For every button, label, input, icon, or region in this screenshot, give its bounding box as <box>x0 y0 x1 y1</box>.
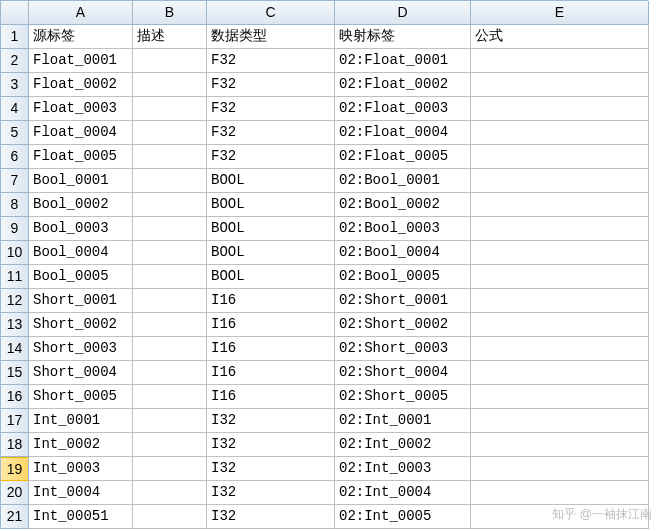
row-header[interactable]: 9 <box>1 217 29 241</box>
cell[interactable]: BOOL <box>207 217 335 241</box>
row-header[interactable]: 17 <box>1 409 29 433</box>
row-header[interactable]: 6 <box>1 145 29 169</box>
cell[interactable]: Bool_0005 <box>29 265 133 289</box>
cell[interactable] <box>471 49 649 73</box>
cell[interactable]: Bool_0003 <box>29 217 133 241</box>
cell[interactable] <box>133 193 207 217</box>
cell[interactable] <box>133 217 207 241</box>
cell[interactable] <box>133 505 207 529</box>
cell[interactable]: F32 <box>207 73 335 97</box>
cell[interactable] <box>133 265 207 289</box>
cell[interactable]: Bool_0001 <box>29 169 133 193</box>
cell[interactable]: Float_0001 <box>29 49 133 73</box>
cell[interactable] <box>471 121 649 145</box>
row-header[interactable]: 19 <box>1 457 29 481</box>
cell[interactable]: Int_00051 <box>29 505 133 529</box>
cell[interactable] <box>471 241 649 265</box>
cell[interactable]: 02:Short_0003 <box>335 337 471 361</box>
row-header[interactable]: 18 <box>1 433 29 457</box>
row-header[interactable]: 10 <box>1 241 29 265</box>
cell[interactable]: 02:Bool_0005 <box>335 265 471 289</box>
cell[interactable]: 02:Short_0001 <box>335 289 471 313</box>
cell[interactable]: F32 <box>207 97 335 121</box>
row-header[interactable]: 21 <box>1 505 29 529</box>
row-header[interactable]: 8 <box>1 193 29 217</box>
row-header[interactable]: 1 <box>1 25 29 49</box>
cell[interactable] <box>133 241 207 265</box>
cell[interactable] <box>471 217 649 241</box>
cell[interactable]: 02:Int_0002 <box>335 433 471 457</box>
select-all-corner[interactable] <box>1 1 29 25</box>
cell[interactable]: 02:Short_0004 <box>335 361 471 385</box>
row-header[interactable]: 15 <box>1 361 29 385</box>
cell[interactable] <box>133 385 207 409</box>
cell[interactable] <box>471 481 649 505</box>
cell[interactable] <box>133 337 207 361</box>
cell[interactable]: 02:Int_0003 <box>335 457 471 481</box>
cell[interactable]: 02:Short_0002 <box>335 313 471 337</box>
cell[interactable]: 02:Int_0005 <box>335 505 471 529</box>
cell[interactable] <box>471 361 649 385</box>
cell[interactable] <box>133 97 207 121</box>
row-header[interactable]: 14 <box>1 337 29 361</box>
cell[interactable]: Bool_0002 <box>29 193 133 217</box>
cell[interactable] <box>133 289 207 313</box>
row-header[interactable]: 4 <box>1 97 29 121</box>
cell[interactable]: 02:Float_0002 <box>335 73 471 97</box>
cell[interactable]: 02:Float_0003 <box>335 97 471 121</box>
cell[interactable]: I32 <box>207 481 335 505</box>
cell[interactable] <box>133 169 207 193</box>
column-header-E[interactable]: E <box>471 1 649 25</box>
spreadsheet-grid[interactable]: ABCDE1源标签描述数据类型映射标签公式2Float_0001F3202:Fl… <box>0 0 648 529</box>
cell[interactable]: 02:Int_0001 <box>335 409 471 433</box>
cell[interactable] <box>471 505 649 529</box>
cell[interactable]: Int_0001 <box>29 409 133 433</box>
cell[interactable]: I32 <box>207 433 335 457</box>
row-header[interactable]: 11 <box>1 265 29 289</box>
row-header[interactable]: 16 <box>1 385 29 409</box>
cell[interactable]: F32 <box>207 49 335 73</box>
cell[interactable]: 02:Float_0004 <box>335 121 471 145</box>
cell[interactable]: BOOL <box>207 193 335 217</box>
cell[interactable]: Int_0004 <box>29 481 133 505</box>
cell[interactable]: 02:Float_0005 <box>335 145 471 169</box>
cell[interactable]: I16 <box>207 385 335 409</box>
cell[interactable] <box>133 121 207 145</box>
cell[interactable] <box>471 97 649 121</box>
column-header-C[interactable]: C <box>207 1 335 25</box>
cell[interactable]: 源标签 <box>29 25 133 49</box>
row-header[interactable]: 3 <box>1 73 29 97</box>
cell[interactable]: 02:Bool_0001 <box>335 169 471 193</box>
cell[interactable]: F32 <box>207 121 335 145</box>
cell[interactable] <box>133 49 207 73</box>
cell[interactable]: 02:Float_0001 <box>335 49 471 73</box>
cell[interactable]: Short_0002 <box>29 313 133 337</box>
cell[interactable]: BOOL <box>207 241 335 265</box>
row-header[interactable]: 5 <box>1 121 29 145</box>
cell[interactable] <box>471 313 649 337</box>
cell[interactable]: BOOL <box>207 169 335 193</box>
cell[interactable] <box>471 337 649 361</box>
cell[interactable] <box>471 169 649 193</box>
cell[interactable] <box>133 409 207 433</box>
cell[interactable]: Int_0002 <box>29 433 133 457</box>
cell[interactable]: Float_0002 <box>29 73 133 97</box>
cell[interactable]: I16 <box>207 289 335 313</box>
cell[interactable] <box>471 73 649 97</box>
cell[interactable] <box>471 265 649 289</box>
cell[interactable]: I16 <box>207 337 335 361</box>
cell[interactable] <box>133 313 207 337</box>
cell[interactable] <box>471 385 649 409</box>
cell[interactable]: 02:Bool_0004 <box>335 241 471 265</box>
cell[interactable]: Float_0005 <box>29 145 133 169</box>
cell[interactable]: 02:Bool_0002 <box>335 193 471 217</box>
cell[interactable]: Int_0003 <box>29 457 133 481</box>
cell[interactable]: 公式 <box>471 25 649 49</box>
cell[interactable] <box>471 145 649 169</box>
cell[interactable]: 02:Int_0004 <box>335 481 471 505</box>
cell[interactable] <box>471 289 649 313</box>
cell[interactable]: Short_0005 <box>29 385 133 409</box>
column-header-D[interactable]: D <box>335 1 471 25</box>
cell[interactable] <box>133 481 207 505</box>
cell[interactable] <box>471 433 649 457</box>
